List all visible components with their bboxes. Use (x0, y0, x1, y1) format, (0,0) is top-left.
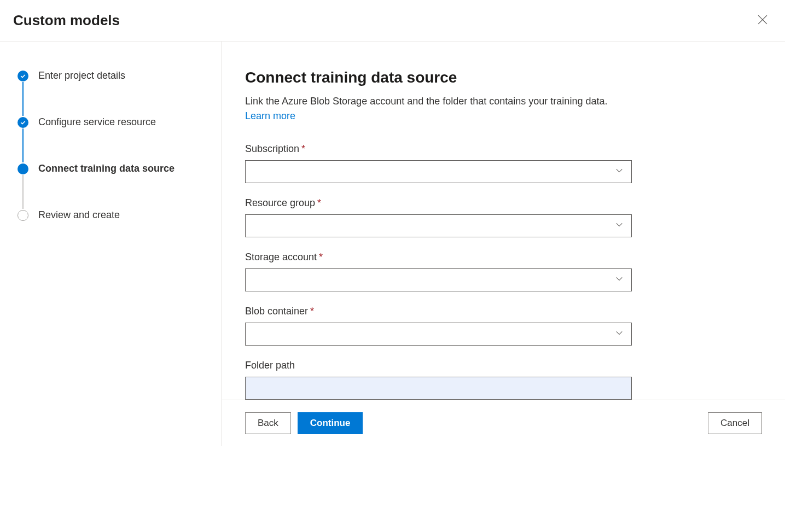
step-label: Review and create (38, 209, 120, 221)
subscription-field: Subscription* (245, 143, 750, 183)
subscription-label: Subscription* (245, 143, 750, 155)
blob-container-select[interactable] (245, 323, 632, 346)
required-indicator: * (319, 252, 323, 262)
required-indicator: * (317, 197, 321, 208)
active-dot-icon (18, 163, 28, 174)
step-connector (22, 175, 24, 209)
resource-group-label: Resource group* (245, 197, 750, 209)
step-connector (22, 82, 24, 116)
required-indicator: * (310, 306, 314, 317)
check-icon (18, 117, 28, 128)
label-text: Blob container (245, 306, 308, 317)
step-label: Enter project details (38, 70, 125, 81)
learn-more-link[interactable]: Learn more (245, 110, 295, 121)
label-text: Subscription (245, 143, 299, 154)
storage-account-select[interactable] (245, 268, 632, 291)
wizard-footer: Back Continue Cancel (222, 400, 785, 446)
step-connector (22, 128, 24, 162)
folder-path-field: Folder path (245, 360, 750, 400)
blob-container-field: Blob container* (245, 306, 750, 346)
continue-button[interactable]: Continue (298, 412, 363, 434)
close-button[interactable] (755, 13, 770, 28)
resource-group-select[interactable] (245, 214, 632, 237)
wizard-sidebar: Enter project details Configure service … (0, 42, 222, 446)
storage-account-label: Storage account* (245, 252, 750, 263)
step-review-and-create[interactable]: Review and create (18, 209, 208, 221)
back-button[interactable]: Back (245, 412, 291, 434)
step-label: Configure service resource (38, 116, 156, 128)
description-text: Link the Azure Blob Storage account and … (245, 96, 607, 107)
pending-circle-icon (18, 210, 28, 221)
step-connect-training-data-source[interactable]: Connect training data source (18, 163, 208, 174)
section-description: Link the Azure Blob Storage account and … (245, 94, 628, 124)
page-header: Custom models (0, 0, 785, 42)
close-icon (758, 15, 767, 25)
page-title: Custom models (13, 12, 120, 29)
section-title: Connect training data source (245, 69, 750, 86)
cancel-button[interactable]: Cancel (708, 412, 762, 434)
label-text: Storage account (245, 252, 317, 262)
step-configure-service-resource[interactable]: Configure service resource (18, 116, 208, 128)
label-text: Resource group (245, 197, 315, 208)
subscription-select[interactable] (245, 160, 632, 183)
resource-group-field: Resource group* (245, 197, 750, 237)
step-label: Connect training data source (38, 163, 175, 174)
required-indicator: * (301, 143, 305, 154)
check-icon (18, 71, 28, 81)
folder-path-input[interactable] (245, 377, 632, 400)
main-panel: Connect training data source Link the Az… (222, 42, 785, 446)
step-enter-project-details[interactable]: Enter project details (18, 70, 208, 81)
folder-path-label: Folder path (245, 360, 750, 371)
blob-container-label: Blob container* (245, 306, 750, 317)
storage-account-field: Storage account* (245, 252, 750, 291)
